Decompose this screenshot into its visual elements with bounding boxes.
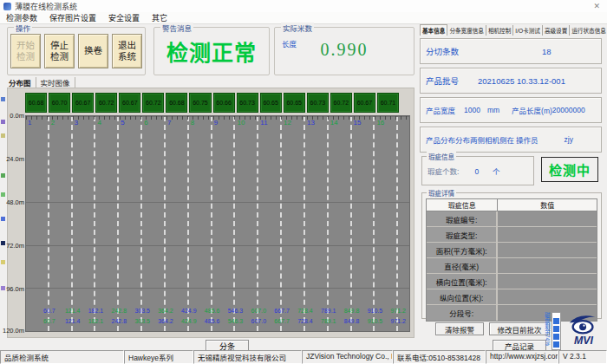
chart-tab[interactable]: 实时图像	[36, 77, 75, 88]
table-row-label: 面积(平方毫米):	[427, 243, 498, 257]
boundary-cell: 424.9	[166, 308, 189, 316]
distribution-row: 产品分布分布两侧相机侧在 操作员 zjy	[420, 127, 602, 153]
desktop-artifact	[1, 286, 5, 290]
menu-item[interactable]: 安全设置	[102, 12, 146, 23]
desktop-artifact	[1, 133, 5, 138]
strip-column	[235, 116, 258, 331]
operation-button[interactable]: 停止检测	[44, 34, 75, 68]
right-panel-tab[interactable]: 相机控制	[486, 25, 513, 36]
strip-index: 13	[305, 119, 329, 127]
width-value: 1000	[464, 106, 480, 114]
boundary-cell: 849.8	[329, 318, 352, 327]
defect-count-line: 瑕疵个数:0个	[428, 166, 500, 176]
table-row: 瑕疵编号:	[427, 211, 597, 227]
strip-index: 9	[212, 119, 236, 127]
boundary-cell: 485.6	[189, 318, 212, 327]
operation-button[interactable]: 退出系统	[112, 34, 142, 68]
cut-count-label: 分切条数	[426, 45, 459, 57]
boundary-cell: 485.6	[189, 308, 212, 316]
boundary-cell: 667.7	[258, 308, 282, 316]
y-axis-tick: 120.0m	[3, 327, 24, 335]
strip-columns	[26, 116, 398, 331]
right-panel-tab[interactable]: 基本信息	[420, 24, 447, 36]
modify-batch-button[interactable]: 修改目前批次	[489, 322, 550, 335]
boundary-cell: 546.3	[212, 318, 236, 327]
alarm-group: 警告消息 检测正常	[153, 27, 270, 75]
table-row-label: 分段号:	[427, 305, 498, 321]
width-label: 产品宽度	[426, 105, 455, 115]
strip-width-box: 60.67	[354, 93, 375, 113]
status-segment: JZVision Technology Co., Ltd.	[302, 350, 393, 364]
right-panel-tab[interactable]: 运行状态信息	[570, 25, 607, 36]
operation-button[interactable]: 换卷	[78, 34, 108, 68]
strip-index: 5	[119, 119, 142, 127]
clear-alarm-button[interactable]: 清除报警	[435, 322, 484, 335]
y-axis-tick: 96.0m	[3, 285, 24, 293]
status-segment: 联系电话:0510-85381428	[393, 350, 486, 364]
table-row-value	[498, 227, 597, 242]
strip-column	[166, 116, 189, 331]
strip-index: 6	[142, 119, 166, 127]
running-status-badge: 检测中	[541, 157, 598, 182]
strip-column	[305, 116, 329, 331]
strip-width-box: 60.72	[95, 93, 117, 113]
batch-label: 产品批号	[426, 75, 459, 87]
defect-count-value: 0	[474, 167, 479, 176]
strip-width-box: 60.67	[72, 93, 94, 113]
strip-width-box: 60.68	[25, 93, 47, 113]
right-panel-tab[interactable]: I/O卡测试	[513, 25, 543, 36]
defect-count-unit: 个	[493, 167, 500, 176]
strip-column	[142, 116, 166, 331]
strip-width-box: 60.68	[166, 93, 187, 113]
strip-column	[119, 116, 142, 331]
desktop-artifact	[1, 173, 5, 178]
desktop-artifact	[1, 241, 5, 245]
strip-column	[95, 116, 119, 331]
boundary-value: 971.2	[390, 308, 406, 314]
strip-width-box: 60.65	[284, 93, 305, 113]
gauge-segment	[553, 341, 559, 348]
right-panel-tab[interactable]: 分条宽度信息	[447, 25, 486, 36]
right-panel-tabs: 基本信息分条宽度信息相机控制I/O卡测试高级设置运行状态信息	[420, 24, 604, 36]
desktop-artifact	[1, 97, 5, 101]
boundary-cell: 789.1	[305, 308, 329, 316]
chart-tabs: 分布图实时图像	[9, 77, 75, 88]
strip-index: 14	[329, 119, 352, 127]
operation-button[interactable]: 开始检测	[10, 34, 41, 68]
boundary-cell: 971.2	[375, 308, 398, 316]
boundary-row-1: 60.7121.4182.1242.8303.5364.2424.9485.65…	[26, 308, 398, 316]
meter-group: 实际米数 长度 0.990	[274, 27, 414, 75]
table-row-value	[498, 274, 597, 289]
table-row-label: 直径(毫米)	[427, 258, 498, 273]
boundary-cell: 60.7	[26, 308, 49, 316]
strip-index: 15	[352, 119, 375, 127]
strip-index: 1	[26, 119, 49, 127]
alarm-group-label: 警告消息	[160, 23, 193, 33]
disk-gauge	[552, 312, 561, 350]
table-row-value	[498, 243, 597, 257]
chart-tab[interactable]: 分布图	[9, 77, 36, 88]
y-axis-tick: 0.0m	[3, 112, 24, 120]
table-row: 横向位置(毫米):	[427, 274, 597, 289]
strip-index: 11	[258, 119, 282, 127]
boundary-cell: 60.7	[26, 318, 49, 327]
boundary-cell: 910.5	[352, 318, 375, 327]
gridline	[26, 245, 409, 246]
cut-count-row: 分切条数 18	[420, 38, 602, 64]
boundary-cell: 607.0	[235, 318, 258, 327]
right-panel-tab[interactable]: 高级设置	[543, 25, 570, 36]
menu-item[interactable]: 保存图片设置	[43, 12, 102, 23]
status-segment: V 2.3.1	[558, 350, 607, 364]
defect-info-group: 瑕疵信息 瑕疵个数:0个	[421, 156, 534, 185]
strip-width-box: 60.72	[330, 93, 352, 113]
disk-remaining-label: 磁盘剩余74%	[544, 312, 550, 350]
boundary-cell: 303.5	[119, 308, 142, 316]
distribution-label: 产品分布分布两侧相机侧在	[426, 134, 514, 145]
disk-remaining: 磁盘剩余74%	[544, 312, 561, 350]
gauge-segment	[553, 318, 559, 324]
table-row: 纵向位置(米):	[427, 289, 597, 305]
strip-column	[26, 116, 49, 331]
gridline	[26, 288, 409, 289]
close-icon[interactable]: ✕	[590, 2, 604, 10]
boundary-cell: 303.5	[119, 318, 142, 327]
